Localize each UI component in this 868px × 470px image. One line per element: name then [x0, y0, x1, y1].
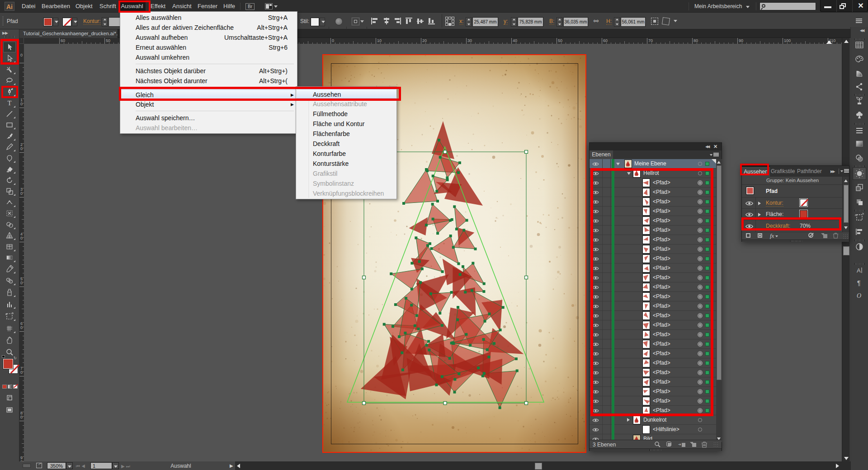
svg-text:50: 50 — [106, 38, 110, 43]
svg-text:0: 0 — [20, 281, 23, 285]
svg-text:0: 0 — [20, 102, 23, 106]
svg-text:A: A — [857, 267, 861, 274]
svg-text:20: 20 — [422, 38, 427, 43]
svg-text:0: 0 — [20, 236, 23, 240]
svg-text:40: 40 — [513, 38, 517, 43]
svg-text:10: 10 — [377, 38, 382, 43]
svg-text:100: 100 — [784, 38, 791, 43]
svg-text:0: 0 — [20, 370, 23, 375]
svg-text:0: 0 — [20, 415, 23, 419]
svg-text:90: 90 — [739, 38, 743, 43]
svg-text:60: 60 — [603, 38, 608, 43]
svg-text:0: 0 — [332, 38, 334, 43]
svg-text:0: 0 — [20, 146, 23, 151]
svg-text:30: 30 — [467, 38, 472, 43]
svg-text:T: T — [7, 99, 11, 107]
svg-text:0: 0 — [20, 191, 23, 196]
svg-text:O: O — [857, 292, 861, 299]
svg-text:70: 70 — [648, 38, 653, 43]
svg-text:0: 0 — [20, 53, 23, 57]
svg-text:50: 50 — [558, 38, 562, 43]
svg-text:¶: ¶ — [857, 279, 861, 287]
svg-text:0: 0 — [20, 325, 23, 330]
svg-text:60: 60 — [61, 38, 65, 43]
svg-text:80: 80 — [693, 38, 698, 43]
